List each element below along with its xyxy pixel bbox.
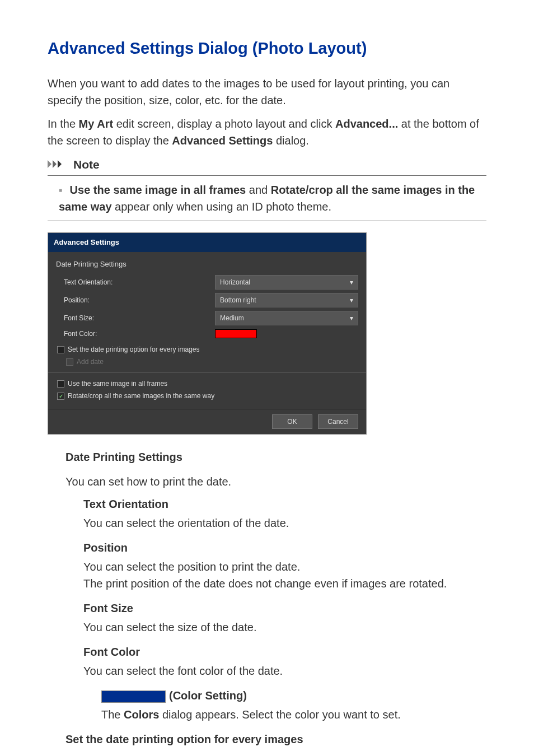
checkbox-icon [57, 380, 64, 388]
text-span: appear only when using an ID photo theme… [112, 200, 331, 213]
chevron-down-icon: ▾ [350, 277, 353, 287]
def-color-setting: (Color Setting) The Colors dialog appear… [101, 687, 486, 723]
label-font-size: Font Size: [64, 313, 215, 323]
text-bold: Advanced Settings [172, 134, 273, 147]
note-label: Note [73, 156, 100, 174]
def-date-printing-settings: Date Printing Settings [65, 449, 486, 465]
checkbox-label: Use the same image in all frames [68, 379, 167, 389]
svg-marker-0 [48, 160, 51, 168]
row-font-size: Font Size: Medium ▾ [56, 311, 358, 325]
chevron-down-icon: ▾ [350, 313, 353, 323]
checkbox-row-same-image[interactable]: Use the same image in all frames [56, 379, 358, 389]
term: Position [83, 539, 486, 556]
dialog-title: Advanced Settings [48, 233, 366, 252]
note-item: Use the same image in all frames and Rot… [59, 181, 486, 215]
term: (Color Setting) [101, 687, 486, 704]
page-title: Advanced Settings Dialog (Photo Layout) [48, 36, 486, 61]
desc: The print position of the date does not … [83, 575, 486, 592]
checkbox-row-rotate-crop[interactable]: ✓ Rotate/crop all the same images in the… [56, 391, 358, 401]
def-set-date-option: Set the date printing option for every i… [65, 731, 486, 748]
checkbox-label: Set the date printing option for every i… [68, 344, 199, 354]
select-value: Bottom right [220, 295, 256, 305]
divider [48, 372, 366, 373]
color-box-icon [101, 690, 166, 703]
def-font-size: Font Size You can select the size of the… [83, 600, 486, 636]
def-text-orientation: Text Orientation You can select the orie… [83, 496, 486, 531]
text-span: In the [48, 118, 79, 130]
text-bold: Advanced... [335, 118, 398, 130]
desc: You can select the position to print the… [83, 558, 486, 575]
intro-paragraph-2: In the My Art edit screen, display a pho… [48, 115, 486, 149]
select-position[interactable]: Bottom right ▾ [215, 293, 358, 307]
desc: You can set how to print the date. [65, 473, 486, 490]
note-chevrons-icon [48, 159, 69, 169]
desc: The Colors dialog appears. Select the co… [101, 706, 486, 723]
row-font-color: Font Color: [56, 329, 358, 339]
label-position: Position: [64, 295, 215, 305]
select-font-size[interactable]: Medium ▾ [215, 311, 358, 325]
note-body: Use the same image in all frames and Rot… [48, 176, 486, 221]
chevron-down-icon: ▾ [350, 295, 353, 305]
text-bold: Use the same image in all frames [70, 184, 246, 196]
svg-marker-1 [53, 160, 57, 168]
term: Font Size [83, 600, 486, 617]
checkbox-icon: ✓ [57, 393, 64, 400]
cancel-button[interactable]: Cancel [318, 414, 358, 429]
row-text-orientation: Text Orientation: Horizontal ▾ [56, 275, 358, 290]
checkbox-icon [66, 358, 73, 366]
def-position: Position You can select the position to … [83, 539, 486, 592]
term: Set the date printing option for every i… [65, 731, 486, 748]
select-value: Horizontal [220, 277, 250, 287]
note-header: Note [48, 156, 486, 176]
advanced-settings-dialog: Advanced Settings Date Printing Settings… [48, 232, 367, 435]
text-span: dialog. [273, 134, 309, 147]
row-position: Position: Bottom right ▾ [56, 293, 358, 307]
text-bold: My Art [79, 118, 113, 130]
checkbox-label: Add date [77, 357, 104, 367]
checkbox-icon [57, 346, 64, 353]
dialog-section-title: Date Printing Settings [56, 259, 358, 270]
desc: You can select the font color of the dat… [83, 662, 486, 679]
def-font-color: Font Color You can select the font color… [83, 643, 486, 679]
intro-paragraph-1: When you want to add dates to the images… [48, 75, 486, 109]
checkbox-row-set-date-option[interactable]: Set the date printing option for every i… [56, 344, 358, 354]
select-text-orientation[interactable]: Horizontal ▾ [215, 275, 358, 290]
text-span: and [246, 184, 270, 196]
desc: You can select the size of the date. [83, 619, 486, 636]
text-bold: Colors [124, 708, 159, 721]
checkbox-label: Rotate/crop all the same images in the s… [68, 391, 214, 401]
text-span: edit screen, display a photo layout and … [113, 118, 335, 130]
text-span: dialog appears. Select the color you wan… [159, 708, 400, 721]
checkbox-row-add-date: Add date [56, 357, 358, 367]
select-value: Medium [220, 313, 244, 323]
svg-marker-2 [58, 160, 62, 168]
desc: You can select the orientation of the da… [83, 515, 486, 531]
dialog-footer: OK Cancel [48, 409, 366, 434]
color-swatch[interactable] [215, 329, 257, 338]
label-text-orientation: Text Orientation: [64, 277, 215, 287]
text-bold: (Color Setting) [169, 689, 247, 702]
term: Text Orientation [83, 496, 486, 512]
term: Font Color [83, 643, 486, 660]
label-font-color: Font Color: [64, 329, 215, 339]
term: Date Printing Settings [65, 449, 486, 465]
ok-button[interactable]: OK [272, 414, 312, 429]
text-span: The [101, 708, 124, 721]
